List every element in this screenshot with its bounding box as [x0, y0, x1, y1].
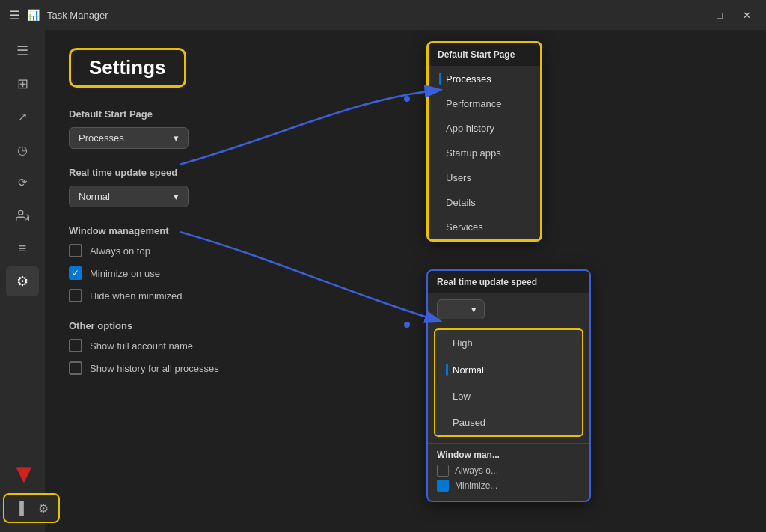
- dropdown-item-services[interactable]: Services: [429, 215, 540, 239]
- overlay1-header: Default Start Page: [429, 43, 540, 66]
- overlay2-window-management: Window man... Always o... Minimize...: [428, 443, 589, 501]
- update-speed-label: Real time update speed: [69, 167, 742, 178]
- minimize-on-use-row: Minimize on use: [69, 266, 742, 280]
- settings-title-text: Settings: [89, 56, 166, 79]
- speed-header-row: ▾: [428, 293, 589, 325]
- hide-when-minimized-checkbox[interactable]: [69, 289, 82, 302]
- app-logo: 📊: [27, 9, 40, 21]
- sidebar-item-details[interactable]: ≡: [6, 233, 39, 263]
- sidebar-item-startup[interactable]: ⟳: [6, 168, 39, 198]
- main-layout: ☰ ⊞ ↗ ◷ ⟳ ≡ ⚙ Settings Default Start Pag…: [0, 30, 766, 532]
- bottom-settings-bar[interactable]: ▐ ⚙: [3, 493, 60, 523]
- minimize-on-use-checkbox[interactable]: [69, 266, 82, 280]
- svg-point-0: [19, 210, 23, 215]
- sidebar-item-history[interactable]: ◷: [6, 135, 39, 165]
- overlay2-wm-label: Window man...: [437, 450, 580, 460]
- speed-items-section: High Normal Low Paused: [434, 328, 583, 437]
- processes-indicator: [439, 73, 441, 85]
- show-history-label: Show history for all processes: [90, 363, 219, 374]
- app-window: ☰ 📊 Task Manager — □ ✕ ☰ ⊞ ↗ ◷ ⟳ ≡ ⚙: [0, 0, 766, 532]
- overlay2-always-on-top-checkbox[interactable]: [437, 465, 449, 477]
- bottom-settings-icon[interactable]: ⚙: [33, 498, 54, 519]
- update-speed-overlay[interactable]: Real time update speed ▾ High Normal: [426, 269, 591, 502]
- window-title: Task Manager: [47, 10, 108, 21]
- always-on-top-row: Always on top: [69, 244, 742, 257]
- show-account-name-label: Show full account name: [90, 340, 193, 352]
- show-account-name-checkbox[interactable]: [69, 339, 82, 352]
- dropdown-item-startup-apps[interactable]: Startup apps: [429, 141, 540, 165]
- speed-inner-dropdown[interactable]: ▾: [437, 299, 485, 319]
- update-speed-section: Real time update speed Normal ▾: [69, 167, 742, 207]
- dropdown-item-details[interactable]: Details: [429, 190, 540, 215]
- speed-item-high[interactable]: High: [435, 330, 582, 356]
- minimize-button[interactable]: —: [682, 4, 703, 25]
- default-start-page-label: Default Start Page: [69, 108, 742, 120]
- sidebar-item-settings[interactable]: ⚙: [6, 266, 39, 296]
- overlay2-minimize: Minimize...: [437, 480, 580, 492]
- minimize-on-use-label: Minimize on use: [90, 268, 160, 279]
- dropdown-item-performance[interactable]: Performance: [429, 91, 540, 116]
- default-start-page-dropdown[interactable]: Processes ▾: [69, 127, 189, 149]
- overlay2-header: Real time update speed: [428, 271, 589, 293]
- speed-item-paused[interactable]: Paused: [435, 409, 582, 435]
- hide-when-minimized-row: Hide when minimized: [69, 289, 742, 302]
- normal-indicator: [446, 364, 448, 376]
- close-button[interactable]: ✕: [736, 4, 757, 25]
- sidebar-item-users[interactable]: [6, 201, 39, 230]
- dropdown-item-app-history[interactable]: App history: [429, 116, 540, 141]
- always-on-top-checkbox[interactable]: [69, 244, 82, 257]
- sidebar-item-processes[interactable]: ⊞: [6, 69, 39, 99]
- default-start-page-overlay[interactable]: Default Start Page Processes Performance…: [426, 41, 542, 242]
- overlay2-minimize-checkbox[interactable]: [437, 480, 449, 492]
- window-management-label: Window management: [69, 225, 742, 236]
- settings-content: Settings Default Start Page Processes ▾ …: [45, 30, 766, 532]
- dropdown-item-processes[interactable]: Processes: [429, 66, 540, 91]
- sidebar-item-hamburger[interactable]: ☰: [6, 36, 39, 66]
- maximize-button[interactable]: □: [709, 4, 730, 25]
- always-on-top-label: Always on top: [90, 245, 150, 257]
- window-controls: — □ ✕: [682, 4, 757, 25]
- other-options-label: Other options: [69, 320, 742, 331]
- show-history-checkbox[interactable]: [69, 361, 82, 375]
- hide-when-minimized-label: Hide when minimized: [90, 290, 183, 302]
- speed-item-low[interactable]: Low: [435, 383, 582, 409]
- show-history-row: Show history for all processes: [69, 361, 742, 375]
- bottom-bar-icon[interactable]: ▐: [9, 498, 30, 519]
- title-bar: ☰ 📊 Task Manager — □ ✕: [0, 0, 766, 30]
- hamburger-menu-icon[interactable]: ☰: [9, 8, 19, 22]
- title-bar-left: ☰ 📊 Task Manager: [9, 8, 108, 22]
- default-start-page-section: Default Start Page Processes ▾: [69, 108, 742, 149]
- dropdown-item-users[interactable]: Users: [429, 165, 540, 190]
- sidebar-item-performance[interactable]: ↗: [6, 102, 39, 132]
- settings-title-box: Settings: [69, 48, 186, 88]
- show-account-name-row: Show full account name: [69, 339, 742, 352]
- window-management-section: Window management Always on top Minimize…: [69, 225, 742, 302]
- update-speed-dropdown[interactable]: Normal ▾: [69, 186, 189, 207]
- sidebar: ☰ ⊞ ↗ ◷ ⟳ ≡ ⚙: [0, 30, 45, 532]
- speed-item-normal[interactable]: Normal: [435, 356, 582, 383]
- other-options-section: Other options Show full account name Sho…: [69, 320, 742, 375]
- overlay2-always-on-top: Always o...: [437, 465, 580, 477]
- red-down-arrow: ▼: [10, 460, 37, 487]
